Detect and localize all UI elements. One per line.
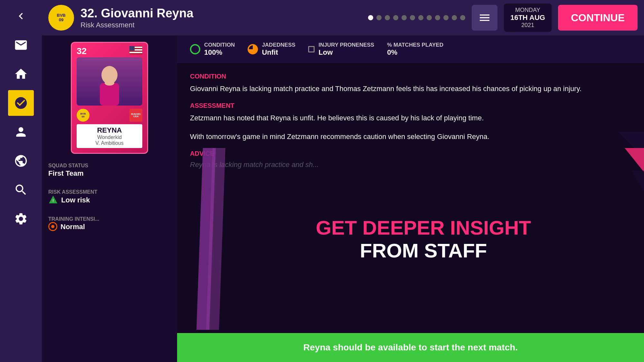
dot-2	[376, 15, 382, 20]
matches-value: 0%	[387, 48, 443, 57]
risk-label: RISK ASSESSMENT	[48, 189, 171, 195]
jadedness-indicator	[248, 44, 258, 54]
card-club-badge: BVB09	[77, 109, 90, 122]
date-year: 2021	[510, 22, 545, 29]
assessment-section-text: Zetzmann has noted that Reyna is unfit. …	[190, 113, 631, 123]
sidebar-item-people[interactable]	[8, 119, 34, 145]
header-title-area: 32. Giovanni Reyna Risk Assessment	[80, 6, 362, 29]
dot-1	[368, 15, 373, 20]
training-dot	[51, 225, 54, 228]
player-card: 32	[71, 42, 148, 154]
sidebar-item-globe[interactable]	[8, 148, 34, 174]
dot-7	[418, 15, 423, 20]
risk-icon: !	[48, 195, 58, 205]
jadedness-stat: JADEDNESS Unfit	[248, 42, 295, 57]
continue-button[interactable]: CONTINUE	[558, 5, 638, 31]
dot-8	[427, 15, 432, 20]
dot-12	[460, 15, 465, 20]
risk-value-row: ! Low risk	[48, 195, 171, 205]
squad-status-label: SQUAD STATUS	[48, 163, 171, 169]
condition-stat: CONDITION 100%	[190, 42, 235, 57]
card-league-text: BUNDESLIGA	[131, 113, 141, 117]
club-badge: BVB 09	[48, 5, 74, 31]
condition-indicator	[190, 44, 200, 54]
sidebar-item-home[interactable]	[8, 61, 34, 87]
assessment-section-title: ASSESSMENT	[190, 102, 631, 109]
dot-5	[402, 15, 407, 20]
svg-rect-6	[129, 53, 142, 54]
stats-bar: CONDITION 100% JADEDNESS Unfit INJURY PR…	[177, 35, 644, 63]
training-icon	[48, 222, 57, 231]
card-number: 32	[77, 46, 87, 56]
matches-text: % MATCHES PLAYED 0%	[387, 42, 443, 57]
risk-value: Low risk	[61, 196, 90, 204]
card-flag	[129, 46, 142, 54]
dot-9	[435, 15, 440, 20]
card-trait2: V. Ambitious	[79, 140, 140, 146]
card-name-bar: REYNA Wonderkid V. Ambitious	[77, 124, 142, 148]
dot-3	[385, 15, 390, 20]
dot-6	[410, 15, 415, 20]
jadedness-label: JADEDNESS	[262, 42, 295, 48]
squad-status-value: First Team	[48, 169, 171, 178]
left-panel: 32	[42, 35, 177, 362]
card-bottom: BVB09 BUNDESLIGA	[77, 109, 142, 122]
injury-text: INJURY PRONENESS Low	[318, 42, 374, 57]
svg-rect-5	[129, 52, 142, 53]
jadedness-value: Unfit	[262, 48, 295, 57]
right-panel: CONDITION 100% JADEDNESS Unfit INJURY PR…	[177, 35, 644, 362]
assessment-section-text2: With tomorrow's game in mind Zetzmann re…	[190, 131, 631, 142]
squad-status-block: SQUAD STATUS First Team	[48, 160, 171, 180]
card-league-badge: BUNDESLIGA	[129, 109, 142, 122]
bottom-bar: Reyna should be available to start the n…	[177, 333, 644, 362]
pagination	[368, 15, 465, 20]
training-value-row: Normal	[48, 222, 171, 231]
matches-label: % MATCHES PLAYED	[387, 42, 443, 48]
training-block: TRAINING INTENSI... Normal	[48, 214, 171, 234]
condition-text: CONDITION 100%	[204, 42, 235, 57]
risk-assessment-block: RISK ASSESSMENT ! Low risk	[48, 187, 171, 207]
club-badge-text: BVB 09	[57, 13, 65, 23]
injury-label: INJURY PRONENESS	[318, 42, 374, 48]
main-area: BVB 09 32. Giovanni Reyna Risk Assessmen…	[42, 0, 644, 362]
card-club-text: BVB09	[80, 112, 86, 118]
sidebar-item-club[interactable]	[8, 90, 34, 116]
advice-section-title: ADVICE	[190, 150, 631, 157]
svg-rect-9	[100, 83, 119, 106]
page-subtitle: Risk Assessment	[80, 21, 362, 29]
date-main: 16TH AUG	[510, 14, 545, 22]
training-label: TRAINING INTENSI...	[48, 216, 171, 222]
header: BVB 09 32. Giovanni Reyna Risk Assessmen…	[42, 0, 644, 35]
condition-value: 100%	[204, 48, 235, 57]
card-player-name: REYNA	[79, 126, 140, 135]
sidebar	[0, 0, 42, 362]
injury-stat: INJURY PRONENESS Low	[308, 42, 374, 57]
sidebar-item-settings[interactable]	[8, 206, 34, 232]
menu-button[interactable]	[472, 5, 497, 31]
condition-section-text: Giovanni Reyna is lacking match practice…	[190, 83, 631, 94]
condition-label: CONDITION	[204, 42, 235, 48]
card-trait1: Wonderkid	[79, 135, 140, 140]
back-button[interactable]	[8, 3, 34, 29]
training-value: Normal	[61, 223, 85, 231]
svg-rect-4	[129, 51, 142, 52]
date-day: MONDAY	[510, 7, 545, 14]
bottom-text: Reyna should be available to start the n…	[303, 342, 518, 353]
date-display: MONDAY 16TH AUG 2021	[504, 4, 552, 32]
dot-4	[393, 15, 398, 20]
condition-section-title: CONDITION	[190, 73, 631, 80]
dot-11	[452, 15, 457, 20]
card-photo	[77, 57, 142, 106]
injury-indicator	[308, 46, 315, 52]
svg-rect-7	[129, 46, 135, 51]
advice-section-text: Reyna is lacking match practice and sh..…	[190, 161, 631, 169]
svg-point-10	[105, 80, 114, 86]
svg-text:!: !	[52, 199, 54, 203]
dot-10	[443, 15, 449, 20]
player-name: 32. Giovanni Reyna	[80, 6, 362, 20]
sidebar-item-mail[interactable]	[8, 32, 34, 58]
jadedness-text: JADEDNESS Unfit	[262, 42, 295, 57]
text-content: CONDITION Giovanni Reyna is lacking matc…	[177, 63, 644, 333]
sidebar-item-search[interactable]	[8, 177, 34, 203]
matches-stat: % MATCHES PLAYED 0%	[387, 42, 443, 57]
